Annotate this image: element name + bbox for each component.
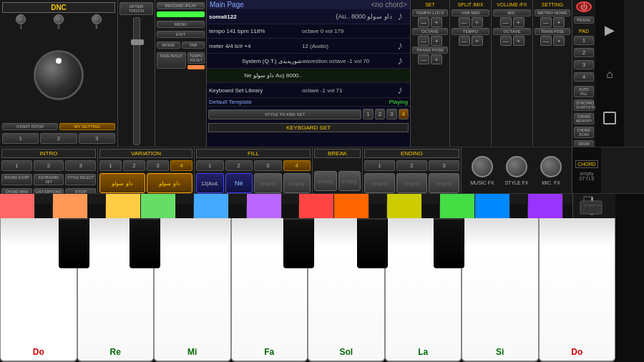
- dnc-knob-3[interactable]: [92, 14, 102, 24]
- my-setting-btn[interactable]: MY SETTING: [59, 123, 115, 130]
- pad-num-1[interactable]: 1: [574, 36, 594, 45]
- var-display-1[interactable]: داو سولو: [99, 173, 145, 193]
- power-btn[interactable]: ⏻: [576, 1, 592, 12]
- kbd-set-num-1[interactable]: 1: [363, 109, 373, 119]
- white-key-do2[interactable]: Do: [539, 218, 616, 362]
- ck-black-5[interactable]: [282, 204, 300, 218]
- track-row-1[interactable]: somali122 داو سولو 8000 ..Au) ♪: [207, 9, 410, 24]
- fill-btn-1[interactable]: 1: [196, 160, 224, 171]
- vol-minus-btn[interactable]: —: [500, 17, 512, 27]
- intro-btn-1[interactable]: 1: [1, 160, 32, 171]
- fill-btn-2[interactable]: 2: [225, 160, 253, 171]
- var-btn-3[interactable]: 3: [147, 160, 169, 171]
- square-btn[interactable]: [603, 112, 616, 124]
- fill-btn-4[interactable]: 4: [283, 160, 311, 171]
- mic-btn[interactable]: MIC.: [493, 9, 531, 16]
- ck-black-8[interactable]: [510, 204, 528, 218]
- nav-right-arrow[interactable]: ▶: [605, 22, 615, 38]
- tempo-reset-btn[interactable]: TEMPO /RESET: [187, 52, 205, 64]
- ck-black-6[interactable]: [369, 204, 387, 218]
- ck-violet-1[interactable]: [528, 194, 563, 218]
- num-btn-1[interactable]: 1: [2, 133, 39, 144]
- ck-yellow-1[interactable]: [106, 194, 141, 218]
- black-key-fs[interactable]: [283, 218, 314, 268]
- octave-minus-btn[interactable]: —: [418, 36, 429, 46]
- ending-btn-2[interactable]: 2: [396, 160, 427, 171]
- tab-btn[interactable]: TAB: [182, 41, 205, 49]
- ck-orange-2[interactable]: [334, 194, 369, 218]
- after-touch-slider[interactable]: [133, 17, 140, 145]
- style-to-kbd-btn[interactable]: STYLE TO KBD SET: [208, 109, 361, 119]
- octave2-btn[interactable]: OCTAVE: [493, 28, 531, 35]
- trans-minus-btn[interactable]: —: [540, 36, 552, 46]
- set-plus-btn[interactable]: +: [431, 17, 442, 27]
- num-btn-2[interactable]: 2: [40, 133, 77, 144]
- fill-display-2[interactable]: Ne: [225, 173, 253, 193]
- transpose-plus-btn[interactable]: +: [431, 54, 442, 64]
- trans-plus-btn[interactable]: +: [553, 36, 565, 46]
- kbd-set-num-2[interactable]: 2: [375, 109, 385, 119]
- start-stop-btn[interactable]: START /STOP: [2, 123, 58, 130]
- white-key-si[interactable]: Si: [462, 218, 539, 362]
- usb-midi-btn[interactable]: USB MIDI: [452, 9, 489, 16]
- track-row-5[interactable]: ..Au) 8000 داو سولو Ne: [207, 69, 410, 83]
- dnc-knob-1[interactable]: [16, 14, 26, 24]
- set-minus-btn[interactable]: —: [418, 17, 429, 27]
- var-btn-2[interactable]: 2: [123, 160, 145, 171]
- ending-btn-1[interactable]: 1: [364, 160, 395, 171]
- kbd-set-num-3[interactable]: 3: [386, 109, 396, 119]
- kbd-set-num-4[interactable]: 4: [399, 109, 409, 119]
- setting-plus-btn[interactable]: +: [553, 17, 565, 27]
- ck-green-1[interactable]: [141, 194, 176, 218]
- octave-label-btn[interactable]: OCTAVE: [412, 28, 448, 35]
- ending-display-1[interactable]: empty: [364, 173, 395, 193]
- oct-plus-btn[interactable]: +: [513, 36, 525, 46]
- style-fx-knob[interactable]: [506, 156, 527, 177]
- mode-btn[interactable]: MODE: [157, 41, 180, 49]
- ck-red-1[interactable]: [0, 194, 35, 218]
- var-display-2[interactable]: داو سولو: [147, 173, 192, 193]
- split-minus-btn[interactable]: —: [459, 17, 470, 27]
- ck-blue-2[interactable]: [475, 194, 510, 218]
- fade-in-out-btn[interactable]: FADE IN/OUT: [157, 52, 186, 69]
- ck-black-1[interactable]: [35, 204, 53, 218]
- ck-purple-1[interactable]: [247, 194, 282, 218]
- transpose-minus-btn[interactable]: —: [418, 54, 429, 64]
- var-btn-1[interactable]: 1: [99, 160, 122, 171]
- black-key-as[interactable]: [434, 218, 464, 268]
- intro-btn-2[interactable]: 2: [34, 160, 64, 171]
- ck-black-2[interactable]: [88, 204, 106, 218]
- sound-loop-btn[interactable]: SOUND /LOOP: [1, 174, 32, 185]
- split-plus-btn[interactable]: +: [472, 17, 483, 27]
- track-row-4[interactable]: شوریدیدی System (Q.T.) wavestion octave …: [207, 54, 410, 69]
- transpose-btn[interactable]: TRANS POSE: [412, 47, 448, 54]
- oct-minus-btn[interactable]: —: [500, 36, 512, 46]
- break-display-2[interactable]: empty: [338, 171, 361, 191]
- music-fx-knob[interactable]: [472, 156, 493, 177]
- ck-red-2[interactable]: [299, 194, 334, 218]
- exit-btn[interactable]: EXIT: [157, 31, 205, 38]
- pad-num-3[interactable]: 3: [574, 60, 594, 69]
- black-key-cs[interactable]: [59, 218, 89, 268]
- ck-black-3[interactable]: [176, 204, 194, 218]
- transpose2-btn[interactable]: TRANS POSE: [535, 28, 570, 35]
- keyboard-set-btn2[interactable]: KEYBOARD SET: [34, 174, 64, 185]
- main-knob[interactable]: [34, 50, 84, 100]
- dnc-knob-2[interactable]: [54, 14, 64, 24]
- mic-fx-knob[interactable]: [540, 156, 562, 177]
- fill-btn-3[interactable]: 3: [254, 160, 282, 171]
- ck-orange-1[interactable]: [53, 194, 88, 218]
- white-key-mi[interactable]: Mi: [154, 218, 231, 362]
- black-key-gs[interactable]: [357, 218, 388, 268]
- tempo-plus-btn[interactable]: +: [472, 36, 483, 46]
- vol-plus-btn[interactable]: +: [513, 17, 525, 27]
- metronome-btn[interactable]: METRO NOME: [535, 9, 570, 16]
- menu-btn[interactable]: MENU: [157, 21, 205, 28]
- black-key-ds[interactable]: [130, 218, 160, 268]
- pad-num-4[interactable]: 4: [574, 72, 594, 82]
- var-btn-4[interactable]: 4: [170, 160, 192, 171]
- num-btn-3[interactable]: 3: [79, 133, 115, 144]
- home-btn[interactable]: ⌂: [606, 68, 613, 81]
- setting-minus-btn[interactable]: —: [540, 17, 552, 27]
- chord-memory-btn[interactable]: CHORD MEMORY: [574, 113, 594, 124]
